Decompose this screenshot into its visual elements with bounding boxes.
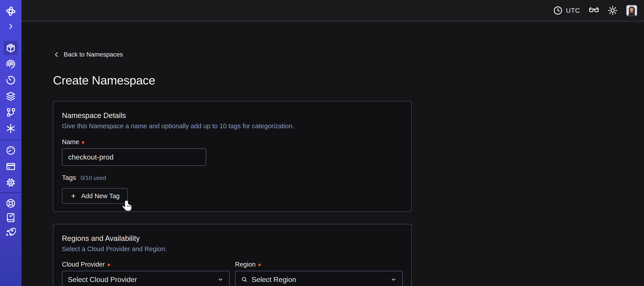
sidebar-item-deployments[interactable] [4,89,18,103]
sun-icon [608,5,618,15]
timezone-button[interactable]: UTC [553,5,580,15]
user-avatar[interactable] [626,5,637,16]
swirl-workflows-icon [6,59,16,69]
region-label: Region [235,261,403,268]
namespace-name-input[interactable] [62,148,206,166]
glasses-button[interactable] [588,5,599,16]
sidebar [0,0,22,286]
sidebar-nav-group-main [4,41,18,137]
name-label: Name [62,138,403,146]
sidebar-item-workflows[interactable] [4,57,18,71]
tags-label: Tags [62,174,76,181]
back-link-label: Back to Namespaces [64,51,123,58]
cube-namespaces-icon [6,43,16,53]
asterisk-nexus-icon [6,123,16,134]
main-column: UTC [22,0,644,286]
sidebar-item-getting-started[interactable] [4,225,18,239]
sidebar-item-usage[interactable] [4,143,18,158]
page-title: Create Namespace [53,73,644,87]
gear-settings-icon [6,177,16,188]
topbar: UTC [22,0,644,21]
sidebar-item-settings[interactable] [4,175,18,190]
chevron-down-icon [217,276,224,283]
rocket-icon [6,227,16,237]
region-select[interactable]: Select Region [235,271,403,286]
required-dot [258,264,261,266]
add-new-tag-button[interactable]: Add New Tag [62,188,128,204]
sidebar-nav-group-account [4,143,18,192]
chevron-left-icon [53,51,60,58]
cloud-provider-select[interactable]: Select Cloud Provider [62,271,230,286]
card-subtitle: Give this Namespace a name and optionall… [62,122,403,130]
sidebar-nav-group-help [4,196,18,239]
layers-deployments-icon [6,91,16,101]
sidebar-item-nexus[interactable] [4,121,18,136]
glasses-icon [588,5,599,16]
card-billing-icon [6,161,16,172]
cloud-provider-field: Cloud Provider Select Cloud Provider [62,261,230,286]
required-dot [82,141,84,144]
content-area: Back to Namespaces Create Namespace Name… [22,21,644,286]
theme-toggle-button[interactable] [608,5,618,15]
sidebar-divider [0,192,22,193]
timezone-label: UTC [566,7,580,14]
cloud-provider-value: Select Cloud Provider [68,276,137,284]
branch-batch-icon [6,107,16,118]
lifebuoy-support-icon [6,198,16,209]
gauge-usage-icon [6,145,16,156]
region-value: Select Region [252,276,296,284]
regions-availability-card: Regions and Availability Select a Cloud … [53,224,412,286]
sidebar-item-schedules[interactable] [4,73,18,87]
sidebar-item-namespaces[interactable] [4,41,18,55]
clock-icon [553,5,563,15]
back-to-namespaces-link[interactable]: Back to Namespaces [53,51,123,58]
region-field: Region Select Region [235,261,403,286]
card-title: Namespace Details [62,111,403,120]
search-icon [241,276,248,283]
sidebar-item-batch-operations[interactable] [4,105,18,120]
namespace-details-card: Namespace Details Give this Namespace a … [53,101,412,212]
book-docs-icon [6,213,16,223]
region-fields-grid: Cloud Provider Select Cloud Provider [62,261,403,286]
card-title: Regions and Availability [62,234,403,243]
chevron-down-icon [390,276,397,283]
sidebar-item-billing[interactable] [4,159,18,174]
temporal-logo-icon [5,6,16,16]
sidebar-item-docs[interactable] [4,211,18,225]
timer-schedules-icon [6,75,16,85]
sidebar-item-support[interactable] [4,196,18,211]
tags-usage-counter: 0/10 used [80,175,106,181]
sidebar-divider [0,140,22,140]
required-dot [108,264,110,266]
plus-icon [70,193,77,199]
tags-header: Tags 0/10 used [62,174,403,181]
expand-sidebar-button[interactable] [5,21,16,32]
card-subtitle: Select a Cloud Provider and Region. [62,245,403,253]
add-new-tag-label: Add New Tag [81,192,120,200]
cloud-provider-label: Cloud Provider [62,261,230,268]
